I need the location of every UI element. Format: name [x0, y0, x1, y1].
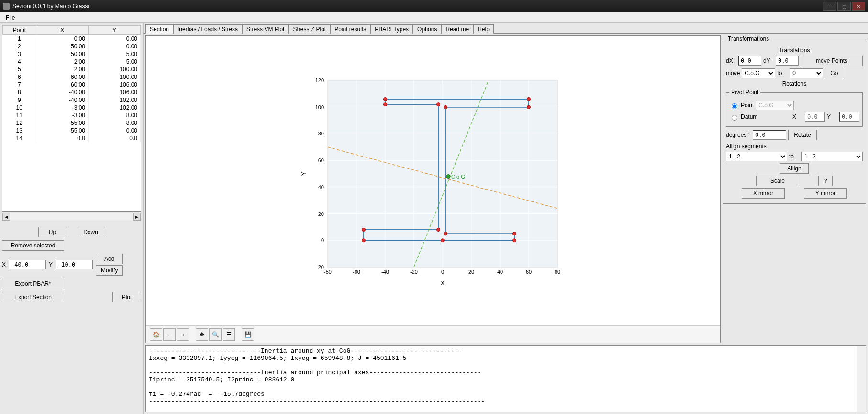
svg-text:C.o.G: C.o.G — [451, 173, 465, 179]
configure-icon[interactable]: ☰ — [223, 328, 235, 341]
remove-selected-button[interactable]: Remove selected — [2, 240, 64, 251]
tab-options[interactable]: Options — [413, 24, 441, 34]
transformations-panel: Transformations Translations dX dY move … — [723, 35, 866, 343]
move-from-select[interactable]: C.o.G — [742, 68, 775, 78]
align-seg1-select[interactable]: 1 - 2 — [726, 152, 787, 161]
move-to-select[interactable]: 0 — [790, 68, 823, 78]
rotations-heading: Rotations — [726, 80, 863, 87]
back-icon[interactable]: ← — [163, 328, 176, 341]
svg-text:20: 20 — [468, 269, 474, 275]
svg-text:X: X — [441, 280, 445, 287]
app-icon — [3, 3, 10, 10]
datum-y-label: Y — [827, 113, 837, 120]
datum-x-input[interactable] — [805, 112, 825, 122]
pivot-point-radio[interactable] — [732, 103, 737, 109]
table-row[interactable]: 350.005.00 — [3, 50, 141, 58]
plot-button[interactable]: Plot — [112, 292, 141, 302]
y-label: Y — [49, 261, 53, 268]
table-row[interactable]: 760.00106.00 — [3, 81, 141, 89]
degrees-input[interactable] — [753, 130, 786, 140]
svg-point-46 — [437, 102, 440, 106]
datum-y-input[interactable] — [839, 112, 859, 122]
col-y[interactable]: Y — [89, 26, 141, 35]
table-row[interactable]: 660.00100.00 — [3, 73, 141, 81]
table-row[interactable]: 10.000.00 — [3, 35, 141, 43]
align-seg2-select[interactable]: 1 - 2 — [801, 152, 863, 161]
svg-text:40: 40 — [497, 269, 503, 275]
svg-point-47 — [437, 228, 440, 231]
up-button[interactable]: Up — [38, 227, 67, 237]
align-button[interactable]: Allign — [780, 163, 809, 174]
x-mirror-button[interactable]: X mirror — [742, 188, 785, 199]
dx-label: dX — [726, 57, 736, 64]
y-mirror-button[interactable]: Y mirror — [804, 188, 847, 199]
tab-read-me[interactable]: Read me — [441, 24, 473, 34]
y-input[interactable] — [56, 260, 93, 269]
table-row[interactable]: 10-3.00102.00 — [3, 104, 141, 112]
hscrollbar[interactable]: ◂ ▸ — [2, 213, 141, 221]
svg-point-41 — [444, 105, 447, 109]
points-table[interactable]: Point X Y 10.000.00250.000.00350.005.004… — [2, 25, 141, 212]
pivot-datum-radio[interactable] — [732, 115, 737, 121]
svg-point-43 — [527, 97, 531, 101]
tab-pbarl-types[interactable]: PBARL types — [370, 24, 413, 34]
col-x[interactable]: X — [36, 26, 89, 35]
forward-icon[interactable]: → — [177, 328, 189, 341]
dy-input[interactable] — [776, 56, 799, 66]
minimize-button[interactable]: — — [823, 2, 836, 11]
col-point[interactable]: Point — [3, 26, 36, 35]
scale-button[interactable]: Scale — [756, 176, 799, 186]
pan-icon[interactable]: ✥ — [196, 328, 208, 341]
svg-point-50 — [446, 174, 450, 178]
vscrollbar[interactable] — [857, 346, 866, 412]
table-row[interactable]: 8-40.00106.00 — [3, 89, 141, 96]
svg-text:-40: -40 — [381, 269, 389, 275]
tab-inertias-loads-stress[interactable]: Inertias / Loads / Stress — [173, 24, 242, 34]
tab-section[interactable]: Section — [145, 24, 173, 34]
pivot-point-select[interactable]: C.o.G — [756, 101, 794, 110]
help-button[interactable]: ? — [818, 176, 833, 186]
move-points-button[interactable]: move Points — [801, 56, 863, 66]
table-row[interactable]: 13-55.000.00 — [3, 127, 141, 134]
export-section-button[interactable]: Export Section — [2, 292, 64, 302]
table-row[interactable]: 250.000.00 — [3, 43, 141, 50]
down-button[interactable]: Down — [77, 227, 105, 237]
left-panel: Point X Y 10.000.00250.000.00350.005.004… — [0, 23, 144, 414]
tab-help[interactable]: Help — [473, 24, 494, 34]
svg-text:120: 120 — [315, 78, 324, 83]
scroll-left-icon[interactable]: ◂ — [2, 213, 10, 221]
add-button[interactable]: Add — [96, 254, 123, 264]
translations-heading: Translations — [726, 47, 863, 54]
x-input[interactable] — [9, 260, 46, 269]
table-row[interactable]: 12-55.008.00 — [3, 119, 141, 127]
plot-area[interactable]: -80-60-40-20020406080120100806040200-20X… — [146, 36, 720, 325]
close-button[interactable]: ✕ — [852, 2, 865, 11]
svg-point-39 — [513, 232, 516, 235]
export-pbar-button[interactable]: Export PBAR* — [2, 279, 64, 289]
save-icon[interactable]: 💾 — [242, 328, 254, 341]
go-button[interactable]: Go — [825, 68, 843, 78]
table-row[interactable]: 52.00100.00 — [3, 66, 141, 73]
maximize-button[interactable]: ▢ — [837, 2, 851, 11]
tab-point-results[interactable]: Point results — [330, 24, 370, 34]
table-row[interactable]: 42.005.00 — [3, 58, 141, 66]
tab-stress-z-plot[interactable]: Stress Z Plot — [289, 24, 330, 34]
scroll-right-icon[interactable]: ▸ — [133, 213, 141, 221]
to-label: to — [777, 70, 788, 77]
tab-stress-vm-plot[interactable]: Stress VM Plot — [242, 24, 289, 34]
log-text[interactable]: ------------------------------Inertia ar… — [146, 346, 857, 412]
svg-point-38 — [513, 238, 516, 242]
modify-button[interactable]: Modify — [96, 265, 123, 276]
table-row[interactable]: 11-3.008.00 — [3, 112, 141, 119]
rotate-button[interactable]: Rotate — [788, 130, 817, 140]
table-row[interactable]: 9-40.00102.00 — [3, 96, 141, 104]
menu-file[interactable]: File — [2, 13, 19, 22]
window-title: Sezioni 0.0.1 by Marco Grassi — [12, 3, 822, 10]
home-icon[interactable]: 🏠 — [150, 328, 162, 341]
svg-text:Y: Y — [300, 171, 307, 175]
dy-label: dY — [763, 57, 774, 64]
table-row[interactable]: 140.00.0 — [3, 134, 141, 142]
zoom-icon[interactable]: 🔍 — [209, 328, 222, 341]
dx-input[interactable] — [738, 56, 761, 66]
svg-text:20: 20 — [318, 211, 324, 216]
